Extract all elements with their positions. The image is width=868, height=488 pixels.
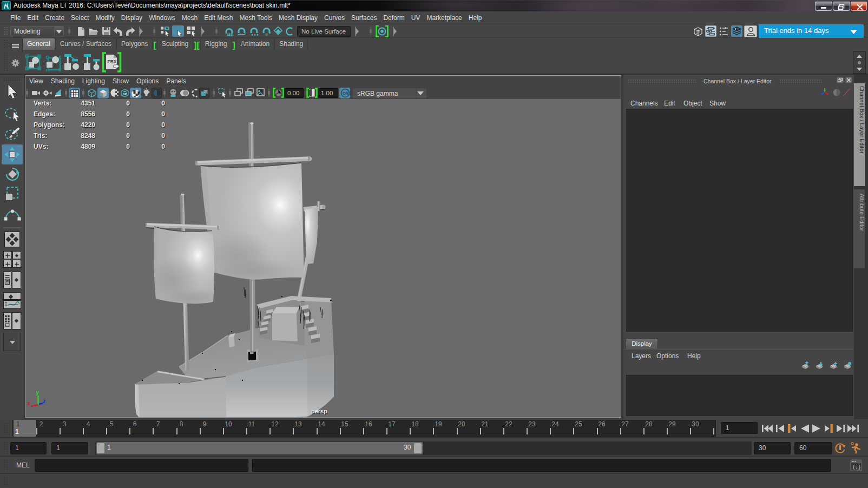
svg-text:z: z	[43, 398, 46, 404]
svg-text:x: x	[27, 400, 31, 406]
svg-text:ON: ON	[343, 91, 348, 95]
svg-text:25: 25	[204, 90, 207, 93]
svg-text:{;}: {;}	[852, 465, 861, 470]
svg-text:y: y	[36, 389, 40, 395]
svg-text:FBX: FBX	[108, 59, 117, 64]
